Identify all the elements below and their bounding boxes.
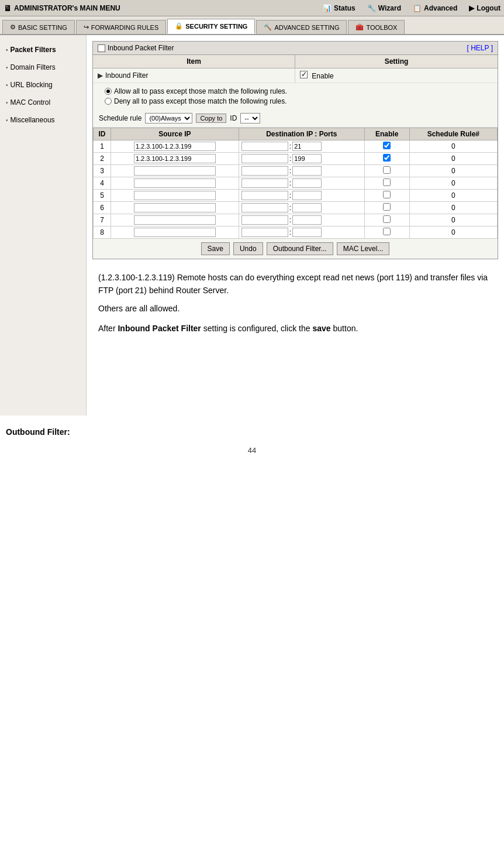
colon-separator: : xyxy=(289,204,291,212)
cell-source-ip xyxy=(111,202,239,214)
enable-checkbox-row[interactable] xyxy=(383,191,391,198)
port-input[interactable] xyxy=(292,203,322,212)
save-button[interactable]: Save xyxy=(201,242,230,255)
cell-id: 4 xyxy=(94,177,111,190)
cell-enable xyxy=(364,202,409,214)
source-ip-input[interactable] xyxy=(134,228,216,237)
enable-checkbox-row[interactable] xyxy=(383,203,391,211)
top-menu-status[interactable]: 📊 Status xyxy=(323,4,355,12)
colon-separator: : xyxy=(289,155,291,163)
radio-deny-icon[interactable] xyxy=(105,98,112,105)
port-input[interactable] xyxy=(292,191,322,200)
colon-separator: : xyxy=(289,228,291,236)
table-row: 6:0 xyxy=(94,202,498,214)
dest-ip-input[interactable] xyxy=(241,166,288,176)
sidebar-item-miscellaneous[interactable]: • Miscellaneous xyxy=(0,111,86,129)
outbound-filter-button[interactable]: Outbound Filter... xyxy=(267,242,333,255)
filter-title: Inbound Packet Filter xyxy=(98,44,174,52)
enable-checkbox-row[interactable] xyxy=(383,179,391,186)
cell-dest-ip: : xyxy=(239,202,364,214)
enable-checkbox-row[interactable] xyxy=(383,228,391,235)
undo-button[interactable]: Undo xyxy=(233,242,263,255)
port-input[interactable] xyxy=(292,215,322,225)
top-menu-wizard[interactable]: 🔧 Wizard xyxy=(367,4,401,12)
cell-enable xyxy=(364,190,409,202)
top-menu-advanced[interactable]: 📋 Advanced xyxy=(413,4,457,12)
top-menu-logout[interactable]: ▶ Logout xyxy=(469,4,500,12)
enable-checkbox[interactable] xyxy=(300,71,308,78)
dest-ip-input[interactable] xyxy=(241,203,288,212)
port-input[interactable] xyxy=(292,154,322,163)
cell-dest-ip: : xyxy=(239,226,364,239)
cell-source-ip xyxy=(111,190,239,202)
cell-dest-ip: : xyxy=(239,190,364,202)
tab-basic-setting[interactable]: ⚙ BASIC SETTING xyxy=(2,20,75,34)
tab-security-setting[interactable]: 🔒 SECURITY SETTING xyxy=(167,19,255,34)
dest-ip-input[interactable] xyxy=(241,215,288,225)
dest-ip-input[interactable] xyxy=(241,179,288,188)
source-ip-input[interactable] xyxy=(134,166,216,176)
main-menu-title: 🖥 ADMINISTRATOR's MAIN MENU xyxy=(4,4,120,13)
port-input[interactable] xyxy=(292,142,322,151)
table-row: 1:0 xyxy=(94,140,498,153)
cell-schedule-rule: 0 xyxy=(409,140,497,153)
sidebar-item-mac-control[interactable]: • MAC Control xyxy=(0,94,86,111)
basic-icon: ⚙ xyxy=(10,23,16,31)
source-ip-input[interactable] xyxy=(134,191,216,200)
cell-enable xyxy=(364,214,409,226)
col-enable: Enable xyxy=(364,128,409,140)
port-input[interactable] xyxy=(292,179,322,188)
tab-advanced-setting[interactable]: 🔨 ADVANCED SETTING xyxy=(256,20,347,34)
cell-schedule-rule: 0 xyxy=(409,190,497,202)
enable-checkbox-row[interactable] xyxy=(383,215,391,223)
cell-id: 3 xyxy=(94,165,111,177)
enable-checkbox-row[interactable] xyxy=(383,166,391,174)
cell-source-ip xyxy=(111,177,239,190)
dest-ip-input[interactable] xyxy=(241,191,288,200)
id-select[interactable]: -- xyxy=(240,113,260,123)
tab-forwarding-rules[interactable]: ↪ FORWARDING RULES xyxy=(76,20,167,34)
outbound-filter-heading: Outbound Filter: xyxy=(6,427,70,437)
mac-level-button[interactable]: MAC Level... xyxy=(337,242,390,255)
copy-to-button[interactable]: Copy to xyxy=(196,114,226,123)
source-ip-input[interactable] xyxy=(134,142,216,151)
schedule-rule-select[interactable]: (00)Always xyxy=(145,113,192,123)
paragraph-1: (1.2.3.100-1.2.3.119) Remote hosts can d… xyxy=(98,271,492,297)
advanced-icon: 📋 xyxy=(413,4,422,12)
filter-checkbox-icon[interactable] xyxy=(98,44,105,52)
cell-source-ip xyxy=(111,165,239,177)
port-input[interactable] xyxy=(292,228,322,237)
sidebar-item-packet-filters[interactable]: • Packet Filters xyxy=(0,41,86,59)
cell-schedule-rule: 0 xyxy=(409,153,497,165)
sidebar-item-domain-filters[interactable]: • Domain Filters xyxy=(0,59,86,76)
source-ip-input[interactable] xyxy=(134,154,216,163)
monitor-icon: 🖥 xyxy=(4,4,12,13)
source-ip-input[interactable] xyxy=(134,179,216,188)
enable-checkbox-row[interactable] xyxy=(383,142,391,149)
cell-id: 6 xyxy=(94,202,111,214)
top-menu-items: 📊 Status 🔧 Wizard 📋 Advanced ▶ Logout xyxy=(323,4,500,12)
source-ip-input[interactable] xyxy=(134,215,216,225)
col-source-ip: Source IP xyxy=(111,128,239,140)
radio-allow-icon[interactable] xyxy=(105,88,112,95)
help-link[interactable]: [ HELP ] xyxy=(467,44,493,52)
source-ip-input[interactable] xyxy=(134,203,216,212)
radio-option-deny[interactable]: Deny all to pass except those match the … xyxy=(105,97,486,105)
cell-dest-ip: : xyxy=(239,153,364,165)
text-content: (1.2.3.100-1.2.3.119) Remote hosts can d… xyxy=(92,259,498,352)
dest-ip-input[interactable] xyxy=(241,142,288,151)
cell-enable xyxy=(364,153,409,165)
sidebar-item-url-blocking[interactable]: • URL Blocking xyxy=(0,76,86,94)
top-menu-bar: 🖥 ADMINISTRATOR's MAIN MENU 📊 Status 🔧 W… xyxy=(0,0,504,16)
tab-toolbox[interactable]: 🧰 TOOLBOX xyxy=(348,20,405,34)
radio-option-allow[interactable]: Allow all to pass except those match the… xyxy=(105,87,486,95)
table-row: 5:0 xyxy=(94,190,498,202)
bullet-icon: • xyxy=(6,117,8,123)
cell-schedule-rule: 0 xyxy=(409,202,497,214)
enable-checkbox-row[interactable] xyxy=(383,154,391,162)
packet-filter-table: ID Source IP Destination IP : Ports Enab… xyxy=(93,128,498,239)
bullet-icon: • xyxy=(6,99,8,106)
dest-ip-input[interactable] xyxy=(241,154,288,163)
dest-ip-input[interactable] xyxy=(241,228,288,237)
port-input[interactable] xyxy=(292,166,322,176)
